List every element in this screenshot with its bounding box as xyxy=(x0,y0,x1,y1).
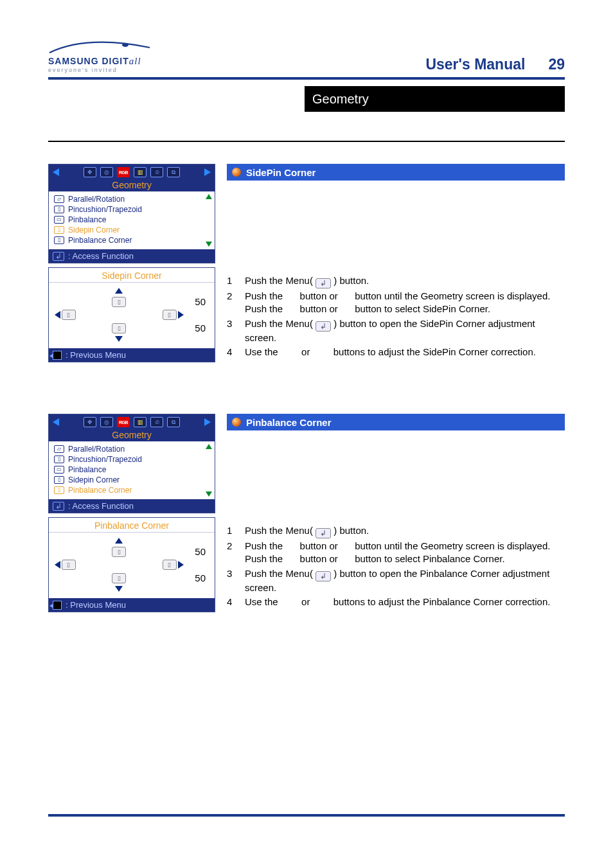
nav-right-icon[interactable] xyxy=(204,418,211,426)
arrow-left-icon[interactable] xyxy=(55,561,60,569)
arrow-right-icon[interactable] xyxy=(178,311,184,319)
sidepin-right-icon: ▯ xyxy=(163,310,177,320)
scroll-up-icon[interactable] xyxy=(206,194,212,199)
nav-left-icon[interactable] xyxy=(53,168,59,176)
sidepin-left-icon: ▯ xyxy=(62,310,76,320)
osd-adjust-sidepin: Sidepin Corner ▯50 ▯ ▯ ▯50 : Previous Me… xyxy=(48,267,215,362)
section-banner: On-Screen Display Geometry xyxy=(48,86,565,112)
list-item-label: Pincushion/Trapezoid xyxy=(68,204,142,215)
osd-access-hint: ↲ : Access Function xyxy=(49,249,215,263)
list-item-label: Parallel/Rotation xyxy=(68,444,125,454)
nav-right-icon[interactable] xyxy=(204,168,211,176)
advanced-icon[interactable]: ⎚ xyxy=(150,417,163,427)
recall-icon[interactable]: ◎ xyxy=(100,167,113,177)
input-icon[interactable]: ⧉ xyxy=(167,167,180,177)
screen-icon[interactable]: ▥ xyxy=(134,167,147,177)
step: Push the Menu( ↲ ) button to open the Si… xyxy=(227,317,565,344)
exit-icon xyxy=(53,351,62,360)
color-icon[interactable]: RGB xyxy=(117,167,130,177)
osd-adjust-title: Pinbalance Corner xyxy=(49,518,215,533)
callout-title: SidePin Corner xyxy=(246,167,315,178)
step: Push the Menu( ↲ ) button. xyxy=(227,274,565,288)
arrow-right-icon[interactable] xyxy=(178,561,184,569)
geometry-row-icon: ▱ xyxy=(54,445,64,453)
list-item-label: Pincushion/Trapezoid xyxy=(68,454,142,465)
geometry-row-icon: ▯ xyxy=(54,456,64,463)
color-icon[interactable]: RGB xyxy=(117,417,130,427)
list-item[interactable]: ▭Pinbalance xyxy=(54,465,209,475)
geometry-row-icon: ▯ xyxy=(54,486,64,494)
osd-prev-hint: : Previous Menu xyxy=(49,598,215,612)
menu-button-icon: ↲ xyxy=(315,571,331,581)
screen-icon[interactable]: ▥ xyxy=(134,417,147,427)
list-item[interactable]: ▯Pincushion/Trapezoid xyxy=(54,204,209,215)
input-icon[interactable]: ⧉ xyxy=(167,417,180,427)
list-item-label: Pinbalance xyxy=(68,465,106,475)
arrow-down-icon[interactable] xyxy=(115,336,123,342)
bullet-icon xyxy=(232,168,241,177)
advanced-icon[interactable]: ⎚ xyxy=(150,167,163,177)
osd-tab-strip: ✥ ◎ RGB ▥ ⎚ ⧉ xyxy=(49,414,215,430)
step: Use the or buttons to adjust the Pinbala… xyxy=(227,596,565,608)
instruction-steps: Push the Menu( ↲ ) button. Push the butt… xyxy=(227,274,565,359)
osd-list: ▱Parallel/Rotation ▯Pincushion/Trapezoid… xyxy=(49,191,215,249)
step: Use the or buttons to adjust the SidePin… xyxy=(227,346,565,359)
pinbal-left-icon: ▯ xyxy=(62,560,76,570)
scroll-down-icon[interactable] xyxy=(206,242,212,247)
arrow-up-icon[interactable] xyxy=(115,288,123,294)
step: Push the Menu( ↲ ) button to open the Pi… xyxy=(227,567,565,594)
osd-menu-geometry: ✥ ◎ RGB ▥ ⎚ ⧉ Geometry ▱Parallel/Rotatio… xyxy=(48,414,215,513)
geometry-row-icon: ▯ xyxy=(54,226,64,234)
enter-icon: ↲ xyxy=(53,252,64,261)
value-bottom: 50 xyxy=(195,323,208,333)
pinbal-bottom-icon: ▯ xyxy=(112,573,126,583)
list-item-label: Pinbalance xyxy=(68,215,106,225)
page-number: 29 xyxy=(548,56,565,73)
step: Push the Menu( ↲ ) button. xyxy=(227,524,565,538)
osd-list: ▱Parallel/Rotation ▯Pincushion/Trapezoid… xyxy=(49,441,215,499)
manual-title: User's Manual xyxy=(425,56,525,73)
footer-rule xyxy=(48,814,565,817)
pinbal-right-icon: ▯ xyxy=(163,560,177,570)
list-item-selected[interactable]: ▯Pinbalance Corner xyxy=(54,485,209,495)
logo-swoosh-icon xyxy=(48,39,151,55)
prev-label: : Previous Menu xyxy=(66,350,126,360)
scroll-down-icon[interactable] xyxy=(206,492,212,497)
callout-description: Adjust the sidepin corner setting when t… xyxy=(227,183,565,204)
pinbal-vert-icon: ▯ xyxy=(112,547,126,557)
bullet-icon xyxy=(232,418,241,427)
arrow-up-icon[interactable] xyxy=(115,538,123,544)
osd-prev-hint: : Previous Menu xyxy=(49,348,215,362)
geometry-row-icon: ▭ xyxy=(54,216,64,224)
osd-access-hint: ↲ : Access Function xyxy=(49,499,215,513)
position-icon[interactable]: ✥ xyxy=(84,167,96,177)
exit-icon xyxy=(53,601,62,610)
list-item[interactable]: ▯Pinbalance Corner xyxy=(54,235,209,245)
arrow-left-icon[interactable] xyxy=(55,311,60,319)
header-rule xyxy=(48,77,565,80)
list-item[interactable]: ▯Pincushion/Trapezoid xyxy=(54,454,209,465)
geometry-row-icon: ▯ xyxy=(54,476,64,484)
position-icon[interactable]: ✥ xyxy=(84,417,96,427)
list-item-selected[interactable]: ▯Sidepin Corner xyxy=(54,225,209,235)
callout-bar: SidePin Corner xyxy=(227,164,565,181)
list-item[interactable]: ▯Sidepin Corner xyxy=(54,475,209,485)
geometry-row-icon: ▭ xyxy=(54,466,64,474)
osd-tab-strip: ✥ ◎ RGB ▥ ⎚ ⧉ xyxy=(49,164,215,180)
scroll-up-icon[interactable] xyxy=(206,444,212,449)
list-item[interactable]: ▭Pinbalance xyxy=(54,215,209,225)
nav-left-icon[interactable] xyxy=(53,418,59,426)
arrow-down-icon[interactable] xyxy=(115,586,123,592)
brand-name: SAMSUNG DIGIT xyxy=(48,56,129,66)
brand-tagline: everyone's invited xyxy=(48,67,157,73)
sidepin-vert-icon: ▯ xyxy=(112,297,126,307)
callout-bar: Pinbalance Corner xyxy=(227,414,565,430)
brand-suffix: all xyxy=(129,56,141,66)
prev-label: : Previous Menu xyxy=(66,600,126,610)
list-item[interactable]: ▱Parallel/Rotation xyxy=(54,444,209,454)
geometry-row-icon: ▯ xyxy=(54,236,64,244)
osd-adjust-title: Sidepin Corner xyxy=(49,268,215,283)
list-item[interactable]: ▱Parallel/Rotation xyxy=(54,194,209,204)
osd-menu-geometry: ✥ ◎ RGB ▥ ⎚ ⧉ Geometry ▱Parallel/Rotatio… xyxy=(48,164,215,263)
recall-icon[interactable]: ◎ xyxy=(100,417,113,427)
